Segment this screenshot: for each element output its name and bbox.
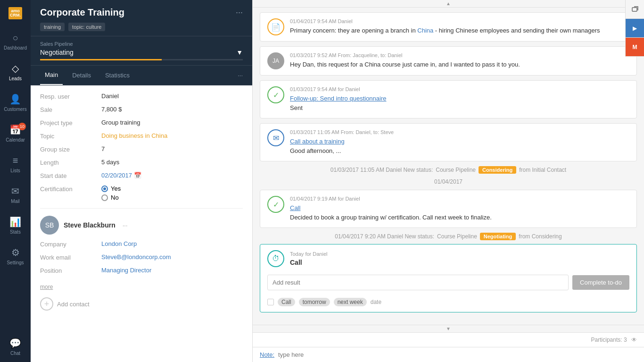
complete-todo-button[interactable]: Complete to-do — [572, 275, 629, 290]
task-followup-link[interactable]: Follow-up: Send intro questionnaire — [290, 95, 387, 102]
contact-more-button[interactable]: ··· — [123, 222, 128, 229]
mailchimp-button[interactable]: M — [625, 38, 644, 57]
lead-title: Corporate Training — [40, 7, 124, 18]
activity-email-call-training: ✉ 01/03/2017 11:05 AM From: Daniel, to: … — [260, 123, 637, 161]
contact-more-link[interactable]: more — [40, 284, 53, 290]
activity-task-call-meta: 01/04/2017 9:19 AM for Daniel — [290, 196, 629, 202]
scroll-down-arrow[interactable]: ▼ — [446, 326, 451, 331]
task-call-link[interactable]: Call — [290, 204, 300, 211]
activity-note-meta: 01/04/2017 9:54 AM Daniel — [290, 18, 629, 24]
radio-yes[interactable]: Yes — [101, 185, 121, 192]
sidebar-item-settings[interactable]: ⚙ Settings — [0, 241, 31, 271]
task-call-icon: ✓ — [267, 196, 284, 213]
field-email-label: Work email — [40, 253, 101, 261]
field-email: Work email SteveB@londoncorp.com — [40, 253, 243, 261]
field-group-size-value: 7 — [101, 145, 105, 152]
sidebar-item-chat[interactable]: 💬 Chat — [0, 331, 31, 362]
status-change-meta-2: 01/04/2017 9:20 AM Daniel New status: — [335, 233, 434, 240]
sidebar-item-leads[interactable]: ◇ Leads — [0, 57, 31, 87]
radio-no[interactable]: No — [101, 194, 121, 201]
contact-header: SB Steve Blackburn ··· — [40, 216, 243, 235]
expand-button[interactable]: ▶ — [625, 19, 644, 38]
today-task-content: Today for Daniel Call — [290, 251, 629, 266]
sidebar-item-mail[interactable]: ✉ Mail — [0, 179, 31, 210]
lead-header: Corporate Training ··· training topic: c… — [31, 0, 252, 36]
quick-checkbox[interactable] — [267, 299, 274, 305]
field-start-date-label: Start date — [40, 172, 101, 179]
new-window-icon — [631, 6, 639, 13]
tab-main[interactable]: Main — [40, 66, 63, 85]
result-input[interactable] — [267, 275, 569, 290]
field-company: Company London Corp — [40, 240, 243, 248]
field-group-size: Group size 7 — [40, 145, 243, 153]
activity-task-followup: ✓ 01/03/2017 9:54 AM for Daniel Follow-u… — [260, 80, 637, 118]
pipeline-stage-name: Negotiating — [40, 49, 74, 56]
activity-email-jacqueline-meta: 01/03/2017 9:52 AM From: Jacqueline, to:… — [290, 52, 629, 58]
lead-main-content: Resp. user Daniel Sale 7,800 $ Project t… — [31, 85, 252, 362]
mailchimp-icon: M — [633, 44, 637, 51]
quick-date-label[interactable]: date — [371, 299, 381, 305]
today-task: ⏱ Today for Daniel Call Complete to-do C… — [260, 244, 637, 312]
field-length-value: 5 days — [101, 159, 119, 166]
amo-logo-text: amoCRM. — [8, 7, 22, 19]
sidebar-item-lists[interactable]: ≡ Lists — [0, 149, 31, 179]
activity-email-jacqueline: JA 01/03/2017 9:52 AM From: Jacqueline, … — [260, 46, 637, 76]
field-company-value[interactable]: London Corp — [101, 240, 137, 247]
field-position: Position Managing Director — [40, 267, 243, 274]
tab-statistics[interactable]: Statistics — [100, 66, 134, 84]
quick-tomorrow-tag[interactable]: tomorrow — [299, 298, 330, 306]
activity-note-content: 01/04/2017 9:54 AM Daniel Primary concer… — [290, 18, 629, 35]
field-start-date-value[interactable]: 02/20/2017 📅 — [101, 172, 141, 179]
settings-icon: ⚙ — [11, 247, 20, 258]
new-window-button[interactable] — [625, 0, 644, 19]
lead-more-button[interactable]: ··· — [236, 8, 243, 17]
participants-text: Participants: 3 — [591, 337, 627, 343]
radio-no-dot — [101, 194, 108, 201]
radio-no-label: No — [111, 194, 119, 201]
sidebar-item-customers[interactable]: 👤 Customers — [0, 87, 31, 118]
activity-email-jacqueline-content: 01/03/2017 9:52 AM From: Jacqueline, to:… — [290, 52, 629, 69]
field-position-label: Position — [40, 267, 101, 274]
field-sale-label: Sale — [40, 106, 101, 113]
field-group-size-label: Group size — [40, 145, 101, 153]
field-topic-label: Topic — [40, 132, 101, 140]
certification-radio-group: Yes No — [101, 185, 121, 201]
sidebar-item-calendar[interactable]: 10 📅 Calendar — [0, 118, 31, 149]
field-sale: Sale 7,800 $ — [40, 106, 243, 113]
today-task-title: Call — [290, 259, 629, 266]
field-position-value: Managing Director — [101, 267, 151, 274]
tag-topic-culture[interactable]: topic: culture — [68, 23, 105, 31]
tag-training[interactable]: training — [40, 23, 65, 31]
note-label[interactable]: Note: — [260, 351, 274, 358]
pipeline-progress-bar — [40, 59, 243, 60]
date-separator: 01/04/2017 — [260, 178, 637, 185]
quick-next-week-tag[interactable]: next week — [334, 298, 367, 306]
field-length-label: Length — [40, 159, 101, 166]
mail-icon: ✉ — [11, 185, 19, 197]
sidebar-item-dashboard[interactable]: ○ Dashboard — [0, 26, 31, 57]
contact-name: Steve Blackburn — [64, 221, 116, 229]
tags-row: training topic: culture — [40, 23, 243, 31]
calendar-badge: 10 — [18, 123, 26, 130]
jacqueline-avatar: JA — [267, 52, 284, 69]
activity-email-call-training-meta: 01/03/2017 11:05 AM From: Daniel, to: St… — [290, 129, 629, 135]
sidebar-item-stats[interactable]: 📊 Stats — [0, 210, 31, 241]
field-topic-value: Doing business in China — [101, 132, 167, 139]
activity-task-call-text: Call Decided to book a group training w/… — [290, 203, 629, 222]
note-input[interactable] — [278, 351, 637, 358]
quick-call-tag[interactable]: Call — [278, 298, 295, 306]
pipeline-label: Sales Pipeline — [40, 41, 243, 47]
status-from-1: from Initial Contact — [519, 167, 566, 173]
activity-task-followup-text: Follow-up: Send intro questionnaire Sent — [290, 94, 629, 112]
activity-task-call: ✓ 01/04/2017 9:19 AM for Daniel Call Dec… — [260, 190, 637, 228]
add-contact-button[interactable]: + Add contact — [40, 297, 243, 311]
note-icon: 📄 — [267, 18, 284, 35]
scroll-up-arrow[interactable]: ▲ — [446, 1, 451, 6]
activity-task-followup-meta: 01/03/2017 9:54 AM for Daniel — [290, 86, 629, 92]
tab-more-button[interactable]: ··· — [238, 72, 243, 79]
tab-details[interactable]: Details — [67, 66, 96, 84]
field-email-value[interactable]: SteveB@londoncorp.com — [101, 253, 171, 261]
email-call-training-link[interactable]: Call about a training — [290, 138, 345, 145]
pipeline-stage-selector[interactable]: Negotiating ▼ — [40, 49, 243, 56]
add-contact-icon: + — [40, 297, 53, 311]
